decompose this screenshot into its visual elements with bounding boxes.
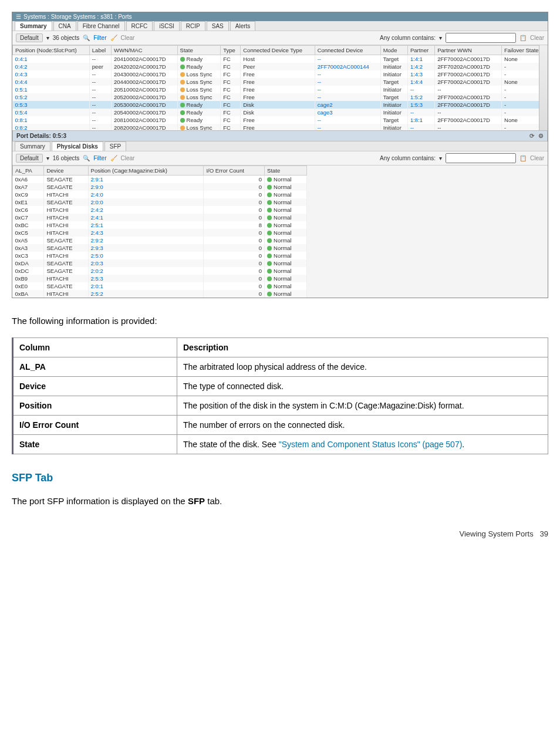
table-row[interactable]: 0:4:3--20430002AC00017DLoss SyncFCFree--… xyxy=(13,70,548,78)
column-header[interactable]: Connected Device xyxy=(315,46,380,55)
column-header[interactable]: Label xyxy=(89,46,111,55)
clear-right[interactable]: Clear xyxy=(530,35,544,41)
description-table: Column Description AL_PAThe arbitrated l… xyxy=(12,337,548,454)
tab-iscsi[interactable]: iSCSI xyxy=(154,21,180,31)
table-row[interactable]: 0xC7HITACHI2:4:10Normal xyxy=(13,214,307,221)
table-row[interactable]: 0xDCSEAGATE2:0:20Normal xyxy=(13,267,307,275)
column-header[interactable]: Mode xyxy=(380,46,407,55)
default-button-lower[interactable]: Default xyxy=(16,154,43,163)
table-row[interactable]: 0:5:4--20540002AC00017DReadyFCDiskcage3I… xyxy=(13,109,548,116)
column-header[interactable]: Connected Device Type xyxy=(241,46,315,55)
table-row[interactable]: 0:4:2peer20420202AC00017DReadyFCPeer2FF7… xyxy=(13,63,548,70)
table-row[interactable]: 0xBAHITACHI2:5:20Normal xyxy=(13,290,307,298)
table-row[interactable]: 0xC6HITACHI2:4:20Normal xyxy=(13,206,307,214)
tab-sfp[interactable]: SFP xyxy=(104,141,126,151)
ports-table: Position (Node:Slot:Port)LabelWWN/MACSta… xyxy=(12,45,548,130)
table-row[interactable]: 0:5:3--20530002AC00017DReadyFCDiskcage2I… xyxy=(13,101,548,109)
desc-row: PositionThe position of the disk in the … xyxy=(13,396,548,416)
status-icons-link[interactable]: "System and Component Status Icons" (pag… xyxy=(279,440,463,449)
provided-text: The following information is provided: xyxy=(12,316,548,326)
filter-icon[interactable]: 🔍 xyxy=(83,35,90,41)
breadcrumb-text: Systems : Storage Systems : s381 : Ports xyxy=(23,13,132,20)
desc-row: DeviceThe type of connected disk. xyxy=(13,377,548,396)
tab-sas[interactable]: SAS xyxy=(207,21,229,31)
desc-row: StateThe state of the disk. See "System … xyxy=(13,435,548,454)
export-icon[interactable]: 📋 xyxy=(519,35,527,41)
any-column-label-lower: Any column contains: xyxy=(380,155,436,161)
table-row[interactable]: 0:4:4--20440002AC00017DLoss SyncFCFree--… xyxy=(13,78,548,86)
table-row[interactable]: 0xC3HITACHI2:5:00Normal xyxy=(13,252,307,259)
table-row[interactable]: 0xC9HITACHI2:4:00Normal xyxy=(13,191,307,198)
tab-fibre-channel[interactable]: Fibre Channel xyxy=(77,21,125,31)
sfp-tab-text: The port SFP information is displayed on… xyxy=(12,496,548,506)
table-row[interactable]: 0xA3SEAGATE2:9:30Normal xyxy=(13,244,307,252)
column-header[interactable]: Partner xyxy=(407,46,434,55)
desc-row: I/O Error CountThe number of errors on t… xyxy=(13,416,548,435)
lower-tab-row: SummaryPhysical DisksSFP xyxy=(12,141,548,151)
column-header[interactable]: Position (Node:Slot:Port) xyxy=(13,46,90,55)
filter-link-lower[interactable]: Filter xyxy=(93,155,106,161)
object-count: 36 objects xyxy=(53,35,80,41)
clear-link[interactable]: Clear xyxy=(121,35,135,41)
tab-physical-disks[interactable]: Physical Disks xyxy=(52,141,103,151)
clear-icon[interactable]: 🧹 xyxy=(110,35,117,41)
filter-link[interactable]: Filter xyxy=(93,35,106,41)
clear-link-lower[interactable]: Clear xyxy=(121,155,135,161)
tab-cna[interactable]: CNA xyxy=(53,21,76,31)
sfp-tab-title: SFP Tab xyxy=(12,472,548,484)
table-row[interactable]: 0:4:1--20410002AC00017DReadyFCHost--Targ… xyxy=(13,55,548,63)
column-header[interactable]: State xyxy=(265,166,307,175)
table-row[interactable]: 0xB9HITACHI2:5:30Normal xyxy=(13,275,307,282)
desc-row: AL_PAThe arbitrated loop physical addres… xyxy=(13,357,548,377)
tab-summary[interactable]: Summary xyxy=(15,141,50,151)
upper-tab-row: SummaryCNAFibre ChannelRCFCiSCSIRCIPSASA… xyxy=(12,21,548,31)
table-row[interactable]: 0xA5SEAGATE2:9:20Normal xyxy=(13,237,307,244)
tab-rcfc[interactable]: RCFC xyxy=(126,21,153,31)
upper-toolbar: Default ▾ 36 objects 🔍 Filter 🧹 Clear An… xyxy=(12,31,548,45)
filter-icon-lower[interactable]: 🔍 xyxy=(83,155,90,161)
column-header[interactable]: Partner WWN xyxy=(435,46,502,55)
column-header[interactable]: I/O Error Count xyxy=(204,166,265,175)
table-row[interactable]: 0:8:2--20820002AC00017DLoss SyncFCFree--… xyxy=(13,124,548,130)
clear-right-lower[interactable]: Clear xyxy=(530,155,544,161)
port-details-header: Port Details: 0:5:3 ⟳ ⚙ xyxy=(12,130,548,141)
object-count-lower: 16 objects xyxy=(53,155,80,161)
system-icon: ☰ xyxy=(16,13,21,20)
page-footer: Viewing System Ports 39 xyxy=(12,529,548,538)
table-row[interactable]: 0xE1SEAGATE2:0:00Normal xyxy=(13,198,307,206)
disks-table: AL_PADevicePosition (Cage:Magazine:Disk)… xyxy=(12,166,307,298)
desc-header-desc: Description xyxy=(177,338,548,357)
table-row[interactable]: 0xA6SEAGATE2:9:10Normal xyxy=(13,175,307,184)
any-column-label: Any column contains: xyxy=(380,35,436,41)
export-icon-lower[interactable]: 📋 xyxy=(519,155,527,161)
column-header[interactable]: Failover State xyxy=(502,46,548,55)
column-header[interactable]: State xyxy=(177,46,221,55)
table-row[interactable]: 0xC5HITACHI2:4:30Normal xyxy=(13,229,307,237)
default-button[interactable]: Default xyxy=(16,33,43,42)
tab-summary[interactable]: Summary xyxy=(15,21,52,31)
column-header[interactable]: AL_PA xyxy=(13,166,44,175)
table-row[interactable]: 0xE0SEAGATE2:0:10Normal xyxy=(13,282,307,290)
clear-icon-lower[interactable]: 🧹 xyxy=(110,155,117,161)
ports-screenshot: ☰ Systems : Storage Systems : s381 : Por… xyxy=(12,12,548,298)
table-row[interactable]: 0xA7SEAGATE2:9:00Normal xyxy=(13,183,307,191)
settings-icon[interactable]: ⚙ xyxy=(538,133,544,139)
desc-header-col: Column xyxy=(13,338,177,357)
column-header[interactable]: Position (Cage:Magazine:Disk) xyxy=(88,166,204,175)
table-row[interactable]: 0xDASEAGATE2:0:30Normal xyxy=(13,259,307,267)
refresh-icon[interactable]: ⟳ xyxy=(529,133,534,139)
lower-toolbar: Default ▾ 16 objects 🔍 Filter 🧹 Clear An… xyxy=(12,151,548,166)
table-row[interactable]: 0:5:1--20510002AC00017DLoss SyncFCFree--… xyxy=(13,86,548,93)
tab-rcip[interactable]: RCIP xyxy=(181,21,205,31)
table-row[interactable]: 0:8:1--20810002AC00017DReadyFCFree--Targ… xyxy=(13,116,548,124)
breadcrumb-bar: ☰ Systems : Storage Systems : s381 : Por… xyxy=(12,12,548,21)
column-header[interactable]: Type xyxy=(221,46,241,55)
tab-alerts[interactable]: Alerts xyxy=(230,21,256,31)
table-row[interactable]: 0xBCHITACHI2:5:18Normal xyxy=(13,221,307,229)
table-row[interactable]: 0:5:2--20520002AC00017DLoss SyncFCFree--… xyxy=(13,93,548,101)
column-header[interactable]: WWN/MAC xyxy=(111,46,177,55)
filter-input[interactable] xyxy=(446,33,516,43)
column-header[interactable]: Device xyxy=(44,166,88,175)
filter-input-lower[interactable] xyxy=(446,153,516,163)
